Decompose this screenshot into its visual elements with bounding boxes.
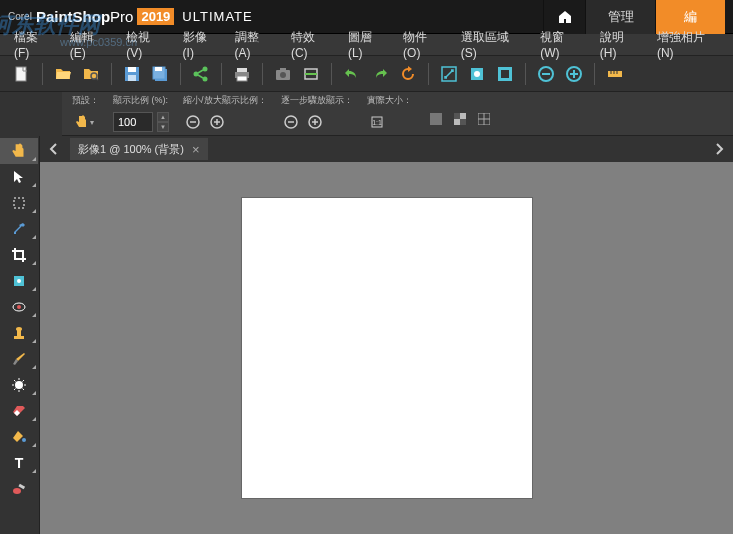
- fullscreen-button[interactable]: [493, 62, 517, 86]
- hand-icon: [74, 114, 90, 130]
- tool-pick[interactable]: [0, 164, 38, 190]
- zoom-step-label: 逐一步驟放顯示：: [281, 94, 353, 108]
- menu-image[interactable]: 影像(I): [175, 27, 225, 62]
- svg-text:1:1: 1:1: [372, 119, 382, 126]
- tool-clone[interactable]: [0, 320, 38, 346]
- body-area: T 影像1 @ 100% (背景) ×: [0, 136, 733, 534]
- tool-eraser[interactable]: [0, 398, 38, 424]
- browse-button[interactable]: [79, 62, 103, 86]
- crop-icon: [11, 247, 27, 263]
- new-button[interactable]: [10, 62, 34, 86]
- document-tab[interactable]: 影像1 @ 100% (背景) ×: [70, 138, 208, 160]
- tool-fill[interactable]: [0, 424, 38, 450]
- zoom-percent-input[interactable]: [113, 112, 153, 132]
- menu-view[interactable]: 檢視(V): [118, 27, 172, 62]
- menu-selections[interactable]: 選取區域(S): [453, 27, 530, 62]
- opt-btn-2[interactable]: [450, 109, 470, 129]
- tool-correction[interactable]: [0, 268, 38, 294]
- tool-lighten[interactable]: [0, 372, 38, 398]
- print-button[interactable]: [230, 62, 254, 86]
- tool-picture-tube[interactable]: [0, 476, 38, 502]
- svg-point-64: [22, 438, 26, 442]
- presets-label: 預設：: [72, 94, 99, 108]
- zoom-in-button[interactable]: [562, 62, 586, 86]
- square-icon: [430, 113, 442, 125]
- actual-size-button[interactable]: 1:1: [367, 112, 387, 132]
- tab-next-button[interactable]: [709, 139, 729, 159]
- checker-icon: [454, 113, 466, 125]
- share-button[interactable]: [189, 62, 213, 86]
- tool-pan[interactable]: [0, 138, 38, 164]
- pointer-icon: [11, 169, 27, 185]
- save-button[interactable]: [120, 62, 144, 86]
- svg-rect-5: [128, 75, 136, 81]
- tab-close-button[interactable]: ×: [192, 142, 200, 157]
- menu-edit[interactable]: 編輯(E): [62, 27, 116, 62]
- undo-button[interactable]: [340, 62, 364, 86]
- actual-size-icon: 1:1: [370, 115, 384, 129]
- zoom-out-small-button[interactable]: [183, 112, 203, 132]
- svg-rect-19: [280, 68, 286, 71]
- canvas[interactable]: [242, 198, 532, 498]
- menu-objects[interactable]: 物件(O): [395, 27, 451, 62]
- zoom-in-icon: [565, 65, 583, 83]
- svg-point-11: [203, 76, 208, 81]
- camera-button[interactable]: [271, 62, 295, 86]
- edition-text: ULTIMATE: [182, 9, 252, 24]
- repeat-button[interactable]: [396, 62, 420, 86]
- resize-button[interactable]: [437, 62, 461, 86]
- chevron-up-icon: ▲: [157, 112, 169, 122]
- redo-button[interactable]: [368, 62, 392, 86]
- svg-rect-55: [14, 198, 24, 208]
- menu-window[interactable]: 視窗(W): [532, 27, 590, 62]
- svg-point-10: [203, 66, 208, 71]
- app-logo: Corel PaintShopPro 2019 ULTIMATE: [8, 8, 253, 25]
- tool-selection[interactable]: [0, 190, 38, 216]
- open-button[interactable]: [51, 62, 75, 86]
- new-file-icon: [13, 65, 31, 83]
- zoom-in-small-button[interactable]: [207, 112, 227, 132]
- tool-text[interactable]: T: [0, 450, 38, 476]
- zoom-out-button[interactable]: [534, 62, 558, 86]
- svg-rect-4: [128, 67, 136, 72]
- pan-preset-button[interactable]: ▾: [72, 110, 96, 134]
- eye-icon: [11, 299, 27, 315]
- brand-text: Corel: [8, 11, 32, 22]
- svg-point-63: [15, 381, 23, 389]
- zoom-ratio-label: 顯示比例 (%):: [113, 94, 169, 108]
- svg-rect-50: [454, 113, 460, 119]
- svg-rect-60: [14, 336, 24, 339]
- tube-icon: [11, 481, 27, 497]
- tool-dropper[interactable]: [0, 216, 38, 242]
- svg-rect-8: [155, 67, 162, 71]
- opt-btn-3[interactable]: [474, 109, 494, 129]
- step-in-button[interactable]: [305, 112, 325, 132]
- actual-size-label: 實際大小：: [367, 94, 412, 108]
- rulers-button[interactable]: [603, 62, 627, 86]
- canvas-area[interactable]: [40, 162, 733, 534]
- menu-help[interactable]: 說明(H): [592, 27, 647, 62]
- scan-button[interactable]: [299, 62, 323, 86]
- fit-button[interactable]: [465, 62, 489, 86]
- brush-icon: [11, 351, 27, 367]
- opt-btn-1[interactable]: [426, 109, 446, 129]
- menu-adjust[interactable]: 調整(A): [227, 27, 281, 62]
- menu-file[interactable]: 檔案(F): [6, 27, 60, 62]
- svg-rect-51: [460, 119, 466, 125]
- zoom-spinner[interactable]: ▲▼: [157, 112, 169, 132]
- tool-paintbrush[interactable]: [0, 346, 38, 372]
- menu-enhance[interactable]: 增強相片(N): [649, 27, 727, 62]
- share-icon: [192, 65, 210, 83]
- extra-label: [426, 94, 494, 105]
- folder-search-icon: [82, 65, 100, 83]
- step-out-button[interactable]: [281, 112, 301, 132]
- tab-prev-button[interactable]: [44, 139, 64, 159]
- save-all-button[interactable]: [148, 62, 172, 86]
- svg-rect-67: [18, 484, 25, 490]
- document-tab-bar: 影像1 @ 100% (背景) ×: [40, 136, 733, 162]
- menu-layers[interactable]: 圖層(L): [340, 27, 393, 62]
- tool-redeye[interactable]: [0, 294, 38, 320]
- actual-size-group: 實際大小： 1:1: [367, 94, 412, 134]
- menu-effects[interactable]: 特效(C): [283, 27, 338, 62]
- tool-crop[interactable]: [0, 242, 38, 268]
